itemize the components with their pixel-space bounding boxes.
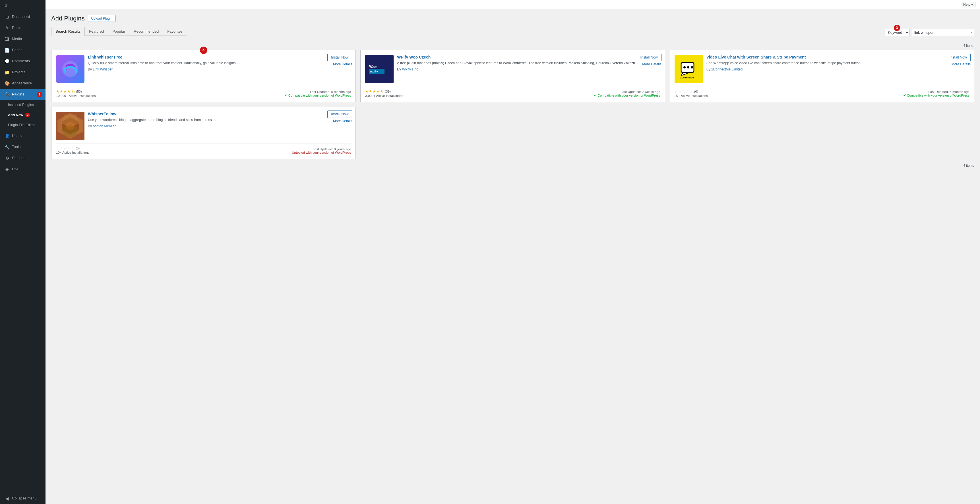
plugin-card-whisperfollow: WhisperFollow Use your wordpress blog to… [51,107,356,159]
plugin-desc: Use your wordpress blog to aggregate and… [88,117,351,122]
plugin-name: Link Whisper Free [88,55,351,59]
results-count-top: 4 items [51,44,974,48]
sidebar-item-comments[interactable]: 💬 Comments [0,56,46,67]
plugin-rating: ★★★★½ (53) [56,89,96,94]
sidebar-item-plugin-file-editor[interactable]: Plugin File Editor [0,120,46,130]
plugin-author: By WPify s.r.o. [397,67,660,71]
plugin-author-link[interactable]: Ashton McAllan [93,124,116,128]
plugin-meta-right: Last Updated: 2 weeks ago ✔ Compatible w… [594,90,660,97]
tab-favorites[interactable]: Favorites [163,27,186,36]
help-button[interactable]: Help ▾ [961,2,975,7]
more-details-link[interactable]: More Details [642,62,661,66]
plugin-file-editor-label: Plugin File Editor [8,123,35,128]
plugin-card-video-live-chat: 2ConnectMe Video Live Chat with Screen S… [670,50,974,102]
plugins-icon: 🔌 [5,92,10,97]
sidebar-item-collapse[interactable]: ◀ Collapse menu [0,493,46,504]
svg-text:wpify: wpify [370,70,378,73]
install-now-button[interactable]: Install Now [637,54,662,61]
site-logo: ⊛ [0,0,46,11]
plugin-footer: ☆☆☆☆☆ (0) 10+ Active Installations Last … [56,143,351,154]
tab-featured[interactable]: Featured [85,27,108,36]
check-icon: ✔ [594,94,597,97]
divi-icon: ◈ [5,166,10,172]
rating-stars: ☆☆☆☆☆ [56,146,75,150]
install-now-button[interactable]: Install Now [946,54,970,61]
settings-icon: ⚙ [5,155,10,161]
tab-popular[interactable]: Popular [108,27,129,36]
tab-recommended[interactable]: Recommended [129,27,163,36]
media-icon: 🖼 [5,36,10,42]
step-3-badge: 3 [894,25,900,31]
tools-icon: 🔧 [5,144,10,150]
rating-count: (0) [694,90,698,93]
plugin-desc: Add WhatsApp voice video live chat scree… [706,60,969,66]
tabs-search-row: Search Results Featured Popular Recommen… [51,27,974,40]
compatible-badge: ✔ Compatible with your version of WordPr… [285,94,351,97]
plugin-actions: Install Now More Details [946,54,970,66]
sidebar-label-projects: Projects [12,70,25,75]
plugin-footer: ★★★★½ (53) 10,000+ Active Installations … [56,87,351,97]
sidebar-item-tools[interactable]: 🔧 Tools [0,141,46,152]
sidebar-item-divi[interactable]: ◈ Divi [0,164,46,175]
plugin-actions: Install Now More Details [637,54,662,66]
active-installs: 20+ Active Installations [675,94,708,97]
pages-icon: 📄 [5,47,10,53]
search-input[interactable] [912,29,974,36]
sidebar-item-add-new[interactable]: Add New 2 [0,110,46,120]
sidebar-item-posts[interactable]: ✎ Posts [0,22,46,33]
sidebar-label-users: Users [12,133,22,138]
help-label: Help ▾ [963,3,973,6]
sidebar-label-tools: Tools [12,144,21,149]
plugin-grid: 4 Link Whisper Free Quickly build smart … [51,50,974,159]
more-details-link[interactable]: More Details [951,62,970,66]
upload-plugin-button[interactable]: Upload Plugin [88,15,115,22]
dashboard-icon: ⊞ [5,14,10,20]
plugin-author-link[interactable]: Link Whisper [93,67,112,71]
last-updated: Last Updated: 9 years ago [292,147,351,151]
plugin-author-link[interactable]: 2ConnectMe Limited [711,67,743,71]
rating-stars: ★★★★ [56,89,71,94]
check-icon: ✔ [903,94,906,97]
add-new-step-badge: 2 [25,113,30,117]
last-updated: Last Updated: 2 weeks ago [594,90,660,94]
more-details-link[interactable]: More Details [333,62,352,66]
install-now-button[interactable]: Install Now [327,111,352,118]
search-clear-button[interactable]: × [970,30,973,35]
sidebar-item-installed-plugins[interactable]: Installed Plugins [0,100,46,110]
sidebar-item-media[interactable]: 🖼 Media [0,33,46,44]
plugins-badge: 1 [37,92,42,97]
page-title: Add Plugins [51,15,84,22]
plugin-meta-right: Last Updated: 9 years ago Untested with … [292,147,351,154]
svg-point-8 [683,66,686,68]
sidebar-item-projects[interactable]: 📁 Projects [0,67,46,78]
sidebar-label-comments: Comments [12,59,30,63]
plugin-footer: ★★★★★ (39) 3,000+ Active Installations L… [365,87,660,97]
plugin-card-wpify: W woo wpify WPify Woo Czech A free plugi… [360,50,665,102]
plugin-author-link[interactable]: WPify s.r.o. [402,67,420,71]
install-now-button[interactable]: Install Now [327,54,352,61]
sidebar-item-plugins[interactable]: 🔌 Plugins 1 [0,89,46,100]
sidebar-item-settings[interactable]: ⚙ Settings [0,152,46,164]
tab-search-results[interactable]: Search Results [51,27,85,36]
active-installs: 10,000+ Active Installations [56,94,96,97]
plugin-card-top: WhisperFollow Use your wordpress blog to… [56,112,351,140]
installed-plugins-label: Installed Plugins [8,103,34,108]
sidebar-item-dashboard[interactable]: ⊞ Dashboard [0,11,46,22]
plugin-info: Video Live Chat with Screen Share & Stri… [706,55,969,83]
page-content: Add Plugins Upload Plugin Search Results… [46,9,980,504]
plugin-card-top: 2ConnectMe Video Live Chat with Screen S… [675,55,969,83]
tabs-nav: Search Results Featured Popular Recommen… [51,27,187,36]
svg-text:2ConnectMe: 2ConnectMe [680,76,694,79]
sidebar-item-users[interactable]: 👤 Users [0,130,46,141]
plugin-footer: ☆☆☆☆☆ (0) 20+ Active Installations Last … [675,87,969,97]
active-installs: 10+ Active Installations [56,151,89,154]
sidebar-item-appearance[interactable]: 🎨 Appearance [0,78,46,89]
more-details-link[interactable]: More Details [333,119,352,123]
plugin-info: WhisperFollow Use your wordpress blog to… [88,112,351,140]
collapse-icon: ◀ [5,496,10,501]
whisperfollow-icon [56,112,84,140]
last-updated: Last Updated: 5 months ago [285,90,351,94]
rating-stars: ★★★★★ [365,89,383,94]
svg-text:woo: woo [372,65,377,68]
sidebar-item-pages[interactable]: 📄 Pages [0,44,46,56]
